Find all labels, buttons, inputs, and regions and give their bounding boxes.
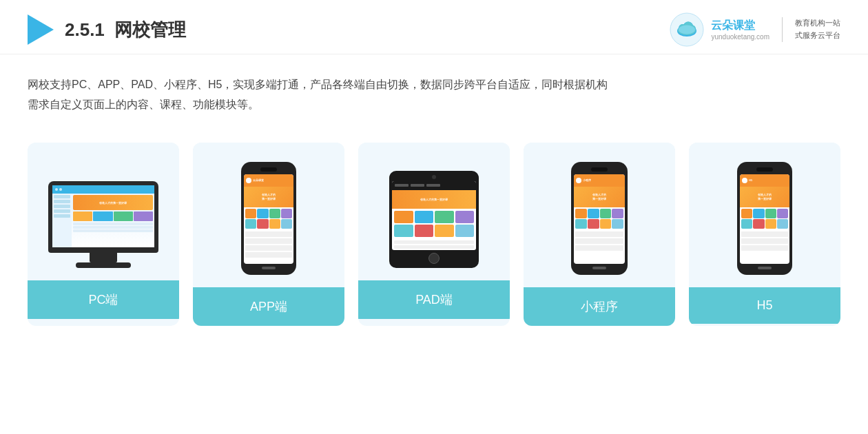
mini-image-area: 小程序 创造人才的第一堂好课: [524, 143, 675, 287]
phone-banner: 创造人才的第一堂好课: [244, 187, 293, 207]
h5-grid-item: [753, 219, 764, 229]
brand-logo-area: 云朵课堂 yunduoketang.com 教育机构一站 式服务云平台: [670, 12, 840, 47]
divider: [782, 17, 783, 42]
pad-row: [394, 240, 474, 244]
h5-logo: [742, 178, 747, 183]
monitor-screen-outer: 创造人才的第一堂好课: [48, 181, 158, 247]
pad-grid-item: [455, 225, 475, 237]
grid-item: [257, 219, 268, 229]
logo-triangle-icon: [28, 14, 54, 45]
brand-slogan: 教育机构一站 式服务云平台: [795, 17, 840, 41]
pad-header: [392, 181, 476, 190]
phone-header: 云朵课堂: [244, 174, 293, 187]
mini-header: 小程序: [574, 174, 625, 187]
h5-notch: [756, 167, 773, 172]
h5-grid-item: [765, 219, 776, 229]
pc-monitor: 创造人才的第一堂好课: [48, 181, 158, 268]
app-phone: 云朵课堂 创造人才的第一堂好课: [241, 162, 296, 275]
mini-grid-item: [575, 219, 587, 229]
screen-card: [114, 211, 133, 221]
mini-grid-item: [600, 209, 612, 218]
pad-card: 创造人才的第一堂好课: [358, 143, 510, 326]
h5-course-row: [741, 238, 788, 244]
h5-grid-item: [777, 219, 788, 229]
h5-grid-item: [741, 209, 752, 218]
mini-grid-item: [575, 209, 587, 218]
phone-outer: 云朵课堂 创造人才的第一堂好课: [241, 162, 296, 275]
mini-notch: [591, 167, 608, 172]
mini-grid-item: [588, 219, 599, 229]
course-row: [245, 245, 292, 251]
screen-header-bar: [52, 185, 154, 194]
phone-header-text: 云朵课堂: [253, 178, 264, 182]
mini-grid-item: [588, 209, 599, 218]
mini-logo: [576, 178, 581, 183]
pad-row: [394, 245, 474, 249]
h5-grid-item: [765, 209, 776, 218]
brand-cloud-icon: [670, 12, 704, 47]
mini-outer: 小程序 创造人才的第一堂好课: [571, 162, 628, 275]
mini-grid-item: [612, 219, 623, 229]
pad-screen-inner: 创造人才的第一堂好课: [392, 181, 476, 250]
screen-card: [93, 211, 112, 221]
page-title: 2.5.1 网校管理: [65, 18, 186, 42]
mini-grid: [574, 207, 625, 230]
grid-item: [281, 209, 292, 218]
pad-grid-item: [455, 211, 475, 223]
mini-card: 小程序 创造人才的第一堂好课: [524, 143, 675, 326]
h5-image-area: H5 创造人才的第一堂好课: [689, 143, 840, 287]
screen-cards: [73, 211, 153, 221]
mini-home-button: [592, 267, 606, 269]
section-number: 2.5.1: [65, 19, 105, 40]
mini-screen: 小程序 创造人才的第一堂好课: [574, 174, 625, 264]
pc-image-area: 创造人才的第一堂好课: [28, 143, 179, 280]
screen-banner-text: 创造人才的第一堂好课: [99, 200, 127, 204]
pad-camera: [432, 175, 436, 179]
pc-label: PC端: [28, 280, 179, 319]
pad-rows: [392, 239, 476, 250]
screen-row: [73, 229, 153, 232]
pad-header-item: [411, 184, 424, 187]
monitor-bottom: [48, 247, 158, 253]
h5-card: H5 创造人才的第一堂好课: [689, 143, 840, 326]
grid-item: [257, 209, 268, 218]
h5-banner: 创造人才的第一堂好课: [740, 187, 789, 207]
pad-image-area: 创造人才的第一堂好课: [358, 143, 510, 280]
screen-card: [73, 211, 92, 221]
pad-grid-item: [415, 211, 434, 223]
course-row: [245, 231, 292, 237]
h5-screen-inner: H5 创造人才的第一堂好课: [740, 174, 789, 264]
description-line1: 网校支持PC、APP、PAD、小程序、H5，实现多端打通，产品各终端自由切换，数…: [28, 75, 840, 95]
svg-point-9: [679, 25, 695, 34]
pad-outer: 创造人才的第一堂好课: [389, 171, 479, 268]
h5-banner-text: 创造人才的第一堂好课: [758, 193, 772, 200]
pad-screen: 创造人才的第一堂好课: [392, 181, 476, 250]
h5-courses: [740, 230, 789, 252]
brand-domain: yunduoketang.com: [711, 33, 769, 41]
h5-header: H5: [740, 174, 789, 187]
mini-screen-inner: 小程序 创造人才的第一堂好课: [574, 174, 625, 264]
h5-home-button: [758, 267, 772, 269]
mini-banner: 创造人才的第一堂好课: [574, 187, 625, 207]
h5-grid: [740, 207, 789, 230]
pad-grid: [392, 209, 476, 239]
menu-item: [54, 195, 70, 198]
pad-grid-item: [435, 225, 454, 237]
phone-courses: [244, 230, 293, 259]
menu-item: [54, 209, 70, 213]
description-area: 网校支持PC、APP、PAD、小程序、H5，实现多端打通，产品各终端自由切换，数…: [0, 54, 868, 129]
screen-dot: [55, 188, 58, 191]
monitor-base: [76, 262, 131, 268]
mini-banner-text: 创造人才的第一堂好课: [592, 193, 606, 200]
mini-course-row: [575, 231, 623, 237]
h5-course-row: [741, 245, 788, 251]
pad-banner-text: 创造人才的第一堂好课: [420, 198, 448, 201]
pad-grid-item: [435, 211, 454, 223]
header-left: 2.5.1 网校管理: [28, 14, 186, 45]
app-label: APP端: [193, 287, 344, 326]
pc-card: 创造人才的第一堂好课: [28, 143, 179, 326]
grid-item: [281, 219, 292, 229]
description-line2: 需求自定义页面上的内容、课程、功能模块等。: [28, 95, 840, 115]
h5-course-row: [741, 231, 788, 237]
monitor-stand: [90, 253, 117, 262]
